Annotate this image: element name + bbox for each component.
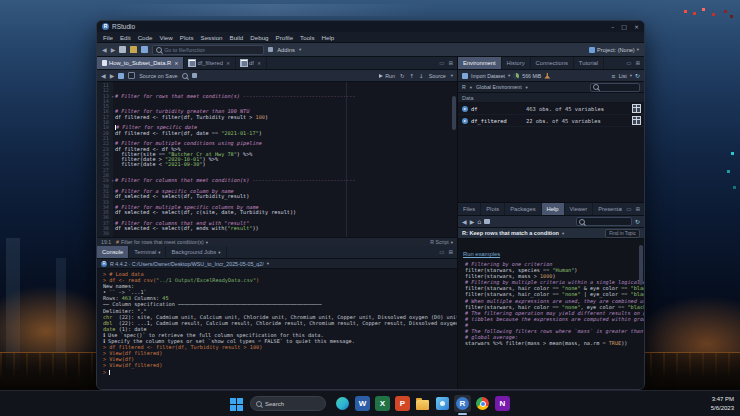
menu-file[interactable]: File — [103, 34, 113, 41]
pane-minimize-icon[interactable]: ▭ — [626, 206, 631, 212]
taskbar-app-excel-icon[interactable]: X — [375, 396, 390, 411]
back-icon[interactable]: ◀ — [462, 218, 467, 226]
project-menu[interactable]: Project: (None) ▾ — [589, 47, 639, 53]
taskbar-app-powerpoint-icon[interactable]: P — [395, 396, 410, 411]
pane-maximize-icon[interactable]: ⊞ — [448, 249, 453, 255]
menu-edit[interactable]: Edit — [120, 34, 131, 41]
menu-plots[interactable]: Plots — [180, 34, 194, 41]
pane-minimize-icon[interactable]: ▭ — [626, 60, 631, 66]
tab-plots[interactable]: Plots — [481, 203, 505, 215]
tab-presentation[interactable]: Presentation — [593, 203, 622, 215]
taskbar-app-onenote-icon[interactable]: N — [495, 396, 510, 411]
source-up-icon[interactable]: ↑ — [410, 73, 415, 79]
rerun-icon[interactable]: ↻ — [400, 73, 405, 79]
tab-history[interactable]: History — [502, 57, 531, 69]
tab-environment[interactable]: Environment — [458, 57, 502, 69]
tab-df[interactable]: df× — [236, 57, 267, 69]
tab-terminal[interactable]: Terminal▾ — [129, 246, 166, 258]
clear-objects-icon[interactable] — [544, 73, 550, 79]
tab-files[interactable]: Files — [458, 203, 481, 215]
tab-df-filtered[interactable]: df_filtered× — [184, 57, 236, 69]
window-titlebar[interactable]: R RStudio – □ × — [97, 21, 644, 32]
close-tab-icon[interactable]: × — [174, 60, 178, 66]
taskbar-app-edge-icon[interactable] — [334, 395, 351, 412]
home-icon[interactable]: ⌂ — [477, 218, 481, 226]
forward-icon[interactable]: ▶ — [470, 218, 475, 226]
code-tools-icon[interactable] — [192, 73, 197, 78]
close-tab-icon[interactable]: × — [226, 60, 230, 66]
save-workspace-icon[interactable] — [462, 73, 468, 79]
close-button[interactable]: × — [634, 21, 639, 32]
environment-object-df-filtered[interactable]: ▸df_filtered22 obs. of 45 variables — [458, 115, 644, 127]
back-icon[interactable]: ◀ — [102, 46, 107, 53]
source-on-save-checkbox[interactable] — [128, 72, 135, 79]
menu-code[interactable]: Code — [138, 34, 153, 41]
tab-how-to-subset-data-r[interactable]: How_to_Subset_Data.R× — [97, 57, 184, 69]
find-in-topic-input[interactable]: Find in Topic — [605, 229, 640, 238]
tab-viewer[interactable]: Viewer — [565, 203, 594, 215]
environment-search-input[interactable] — [590, 83, 640, 92]
refresh-icon[interactable]: ↻ — [635, 219, 640, 225]
save-icon[interactable] — [141, 46, 148, 53]
help-search-input[interactable] — [576, 217, 632, 226]
pane-maximize-icon[interactable]: ⊞ — [448, 60, 453, 66]
list-view-button[interactable]: List — [619, 73, 627, 79]
forward-icon[interactable]: ▶ — [110, 72, 115, 79]
environment-selector[interactable]: Global Environment — [476, 84, 522, 90]
view-data-grid-icon[interactable] — [633, 105, 640, 112]
source-button[interactable]: Source — [429, 73, 446, 79]
maximize-button[interactable]: □ — [621, 21, 627, 32]
close-tab-icon[interactable]: × — [257, 60, 261, 66]
taskbar-app-word-icon[interactable]: W — [355, 396, 370, 411]
run-examples-link[interactable]: Run examples — [463, 251, 500, 257]
find-replace-icon[interactable] — [182, 73, 188, 79]
code-editor[interactable]: 111213# Filter for rows that meet condit… — [97, 82, 457, 237]
pane-maximize-icon[interactable]: ⊞ — [635, 60, 640, 66]
menu-help[interactable]: Help — [322, 34, 335, 41]
tab-connections[interactable]: Connections — [531, 57, 574, 69]
taskbar-app-file-explorer-icon[interactable] — [414, 395, 431, 412]
tab-help[interactable]: Help — [542, 203, 565, 215]
view-data-grid-icon[interactable] — [633, 117, 640, 124]
environment-object-df[interactable]: ▸df463 obs. of 45 variables — [458, 103, 644, 115]
expand-icon[interactable]: ▸ — [462, 106, 468, 112]
menu-build[interactable]: Build — [230, 34, 244, 41]
help-scrollbar[interactable] — [639, 241, 643, 389]
tab-tutorial[interactable]: Tutorial — [574, 57, 604, 69]
section-jump-menu[interactable]: # Filter for rows that meet condition(s)… — [116, 239, 208, 245]
tab-console[interactable]: Console — [97, 246, 129, 258]
menu-debug[interactable]: Debug — [250, 34, 268, 41]
pane-minimize-icon[interactable]: ▭ — [439, 60, 444, 66]
run-button[interactable]: Run — [379, 73, 395, 79]
new-file-icon[interactable] — [119, 46, 126, 53]
taskbar-app-chrome-icon[interactable] — [474, 395, 491, 412]
memory-usage[interactable]: 566 MiB — [522, 73, 541, 79]
start-button[interactable] — [228, 396, 244, 412]
goto-file-function-input[interactable]: Go to file/function — [152, 45, 264, 55]
menu-view[interactable]: View — [159, 34, 172, 41]
tab-packages[interactable]: Packages — [505, 203, 541, 215]
language-selector[interactable]: R — [462, 84, 466, 90]
pane-minimize-icon[interactable]: ▭ — [439, 249, 444, 255]
taskbar-app-rstudio-icon[interactable]: R — [454, 395, 471, 412]
menu-session[interactable]: Session — [201, 34, 223, 41]
tab-background-jobs[interactable]: Background Jobs▾ — [166, 246, 226, 258]
print-icon[interactable] — [484, 219, 490, 224]
minimize-button[interactable]: – — [611, 21, 614, 32]
menu-profile[interactable]: Profile — [276, 34, 294, 41]
console-engine-row[interactable]: R R 4.4.2 · C:/Users/Owner/Desktop/WSU_t… — [97, 259, 457, 269]
save-icon[interactable] — [118, 73, 124, 79]
file-type-menu[interactable]: R Script ▾ — [430, 239, 453, 245]
taskbar-app-photos-icon[interactable] — [434, 395, 451, 412]
help-content[interactable]: Run examples # Filtering by one criterio… — [458, 239, 644, 389]
menu-tools[interactable]: Tools — [300, 34, 314, 41]
expand-icon[interactable]: ▸ — [462, 118, 468, 124]
addins-button[interactable]: Addins — [277, 47, 295, 53]
import-dataset-button[interactable]: Import Dataset — [471, 73, 505, 79]
pane-maximize-icon[interactable]: ⊞ — [635, 206, 640, 212]
taskbar-search[interactable]: Search — [250, 396, 326, 411]
forward-icon[interactable]: ▶ — [111, 46, 116, 53]
open-file-icon[interactable] — [130, 46, 137, 53]
console-output[interactable]: > # Load data> df <- read_csv("../1_Outp… — [97, 269, 457, 389]
back-icon[interactable]: ◀ — [101, 72, 106, 79]
